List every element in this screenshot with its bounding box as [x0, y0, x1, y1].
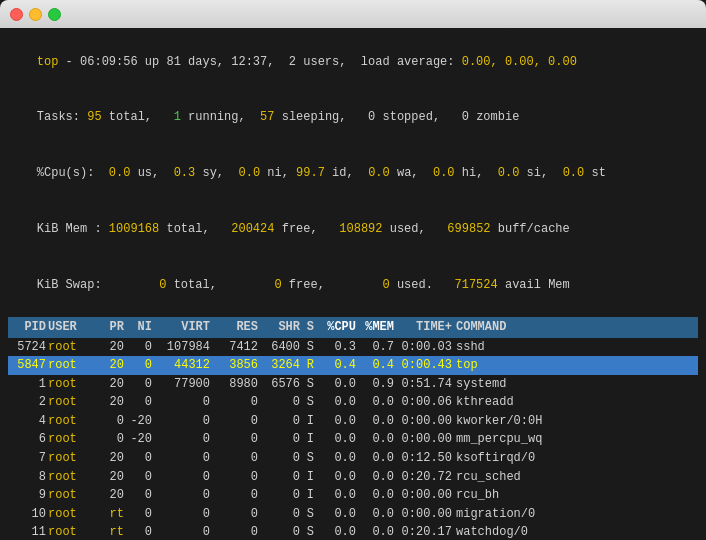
header-pid: PID — [8, 318, 46, 337]
proc-virt: 44312 — [152, 356, 210, 375]
header-s: S — [300, 318, 314, 337]
header-res: RES — [210, 318, 258, 337]
maximize-button[interactable] — [48, 8, 61, 21]
proc-shr: 0 — [258, 412, 300, 431]
tasks-zombie-label: zombie — [469, 110, 519, 124]
proc-ni: 0 — [124, 393, 152, 412]
proc-pr: 20 — [96, 375, 124, 394]
proc-pid: 11 — [8, 523, 46, 540]
proc-mem: 0.4 — [356, 356, 394, 375]
proc-ni: 0 — [124, 486, 152, 505]
proc-pid: 1 — [8, 375, 46, 394]
proc-virt: 0 — [152, 393, 210, 412]
top-label: top — [37, 55, 59, 69]
cpu-sy: 0.3 — [174, 166, 196, 180]
tasks-stopped-label: stopped, — [375, 110, 461, 124]
tasks-sleeping-label: sleeping, — [274, 110, 368, 124]
proc-user: root — [46, 430, 96, 449]
proc-ni: -20 — [124, 412, 152, 431]
table-row: 5724 root 20 0 107984 7412 6400 S 0.3 0.… — [8, 338, 698, 357]
proc-res: 0 — [210, 486, 258, 505]
proc-mem: 0.0 — [356, 468, 394, 487]
cpu-wa: 0.0 — [368, 166, 390, 180]
proc-pid: 6 — [8, 430, 46, 449]
table-row: 2 root 20 0 0 0 0 S 0.0 0.0 0:00.06 kthr… — [8, 393, 698, 412]
mem-buff-label: buff/cache — [491, 222, 570, 236]
swap-line: KiB Swap: 0 total, 0 free, 0 used. 71752… — [8, 257, 698, 313]
tasks-total-label: total, — [102, 110, 174, 124]
mem-label: KiB Mem : — [37, 222, 109, 236]
header-ni: NI — [124, 318, 152, 337]
tasks-label: Tasks: — [37, 110, 87, 124]
minimize-button[interactable] — [29, 8, 42, 21]
swap-free-label: free, — [282, 278, 383, 292]
proc-shr: 6400 — [258, 338, 300, 357]
proc-s: I — [300, 468, 314, 487]
proc-virt: 0 — [152, 430, 210, 449]
swap-avail: 717524 — [455, 278, 498, 292]
proc-mem: 0.0 — [356, 523, 394, 540]
proc-user: root — [46, 505, 96, 524]
table-row: 7 root 20 0 0 0 0 S 0.0 0.0 0:12.50 ksof… — [8, 449, 698, 468]
header-time: TIME+ — [394, 318, 452, 337]
proc-pr: 20 — [96, 449, 124, 468]
proc-res: 0 — [210, 523, 258, 540]
proc-s: S — [300, 338, 314, 357]
proc-pid: 7 — [8, 449, 46, 468]
proc-ni: 0 — [124, 356, 152, 375]
proc-cpu: 0.0 — [314, 393, 356, 412]
mem-free-label: free, — [274, 222, 339, 236]
proc-shr: 3264 — [258, 356, 300, 375]
cpu-hi-label: hi, — [455, 166, 498, 180]
proc-virt: 0 — [152, 523, 210, 540]
cpu-us: 0.0 — [109, 166, 131, 180]
cpu-ni-label: ni, — [260, 166, 296, 180]
table-row: 4 root 0 -20 0 0 0 I 0.0 0.0 0:00.00 kwo… — [8, 412, 698, 431]
proc-mem: 0.0 — [356, 505, 394, 524]
header-shr: SHR — [258, 318, 300, 337]
proc-s: S — [300, 393, 314, 412]
proc-res: 0 — [210, 430, 258, 449]
proc-cmd: kworker/0:0H — [452, 412, 698, 431]
proc-ni: 0 — [124, 505, 152, 524]
process-table: PID USER PR NI VIRT RES SHR S %CPU %MEM … — [8, 317, 698, 540]
cpu-us-label: us, — [130, 166, 173, 180]
cpu-ni: 0.0 — [238, 166, 260, 180]
proc-virt: 0 — [152, 505, 210, 524]
close-button[interactable] — [10, 8, 23, 21]
proc-time: 0:00.06 — [394, 393, 452, 412]
proc-res: 3856 — [210, 356, 258, 375]
proc-cpu: 0.0 — [314, 449, 356, 468]
proc-res: 0 — [210, 468, 258, 487]
header-cpu: %CPU — [314, 318, 356, 337]
proc-pid: 5847 — [8, 356, 46, 375]
proc-time: 0:00.00 — [394, 486, 452, 505]
proc-shr: 6576 — [258, 375, 300, 394]
proc-pr: rt — [96, 505, 124, 524]
proc-user: root — [46, 356, 96, 375]
proc-cpu: 0.0 — [314, 375, 356, 394]
table-row: 6 root 0 -20 0 0 0 I 0.0 0.0 0:00.00 mm_… — [8, 430, 698, 449]
proc-cmd: watchdog/0 — [452, 523, 698, 540]
tasks-line: Tasks: 95 total, 1 running, 57 sleeping,… — [8, 90, 698, 146]
proc-pr: 20 — [96, 468, 124, 487]
proc-time: 0:00.00 — [394, 412, 452, 431]
mem-used: 108892 — [339, 222, 382, 236]
proc-pid: 5724 — [8, 338, 46, 357]
proc-cpu: 0.0 — [314, 523, 356, 540]
table-row: 11 root rt 0 0 0 0 S 0.0 0.0 0:20.17 wat… — [8, 523, 698, 540]
proc-pid: 10 — [8, 505, 46, 524]
swap-label: KiB Swap: — [37, 278, 159, 292]
proc-s: S — [300, 523, 314, 540]
title-bar — [0, 0, 706, 28]
proc-cmd: kthreadd — [452, 393, 698, 412]
swap-total-label: total, — [166, 278, 274, 292]
swap-used-label: used. — [390, 278, 455, 292]
proc-pr: 0 — [96, 430, 124, 449]
swap-used: 0 — [383, 278, 390, 292]
proc-cmd: systemd — [452, 375, 698, 394]
proc-virt: 0 — [152, 412, 210, 431]
proc-time: 0:00.43 — [394, 356, 452, 375]
proc-res: 0 — [210, 449, 258, 468]
proc-cpu: 0.0 — [314, 468, 356, 487]
